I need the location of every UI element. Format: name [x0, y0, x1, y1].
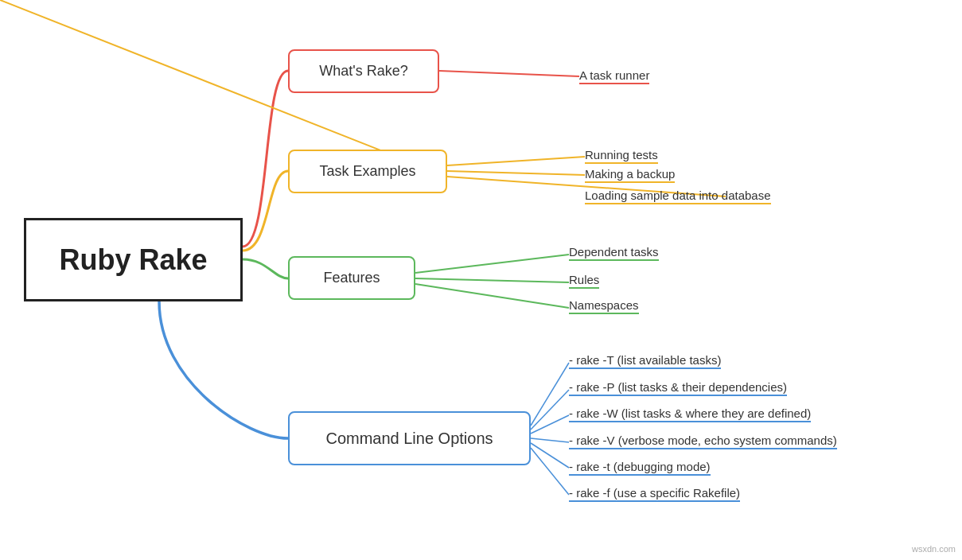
cmd-leaf-5: - rake -f (use a specific Rakefile) [569, 486, 740, 502]
whats-rake-label: What's Rake? [319, 63, 407, 80]
cmd-leaf-4: - rake -t (debugging mode) [569, 460, 711, 476]
cmd-leaf-0: - rake -T (list available tasks) [569, 353, 721, 369]
cmd-leaf-2: - rake -W (list tasks & where they are d… [569, 406, 811, 422]
center-label: Ruby Rake [59, 243, 207, 277]
features-leaf-0: Dependent tasks [569, 245, 659, 261]
svg-line-1 [447, 157, 585, 165]
svg-line-8 [531, 363, 569, 426]
cmd-leaf-1: - rake -P (list tasks & their dependenci… [569, 380, 787, 396]
task-examples-label: Task Examples [319, 163, 415, 180]
task-examples-leaf-0: Running tests [585, 148, 658, 164]
cmd-leaf-3: - rake -V (verbose mode, echo system com… [569, 434, 837, 449]
cmd-label: Command Line Options [325, 430, 493, 448]
features-leaf-2: Namespaces [569, 298, 639, 314]
features-label: Features [323, 270, 380, 286]
whats-rake-node: What's Rake? [288, 49, 439, 93]
whats-rake-leaf-0: A task runner [579, 68, 649, 84]
svg-line-5 [415, 255, 569, 273]
svg-line-9 [531, 390, 569, 430]
svg-line-10 [531, 415, 569, 434]
watermark: wsxdn.com [912, 544, 956, 554]
task-examples-node: Task Examples [288, 150, 447, 193]
svg-line-2 [447, 171, 585, 175]
cmd-node: Command Line Options [288, 411, 531, 465]
svg-line-12 [531, 443, 569, 468]
features-leaf-1: Rules [569, 273, 599, 289]
task-examples-leaf-2: Loading sample data into database [585, 189, 771, 204]
svg-line-7 [415, 284, 569, 308]
svg-line-0 [439, 71, 579, 76]
svg-line-6 [415, 278, 569, 282]
svg-line-11 [531, 438, 569, 442]
svg-line-13 [531, 448, 569, 495]
task-examples-leaf-1: Making a backup [585, 167, 675, 183]
features-node: Features [288, 256, 415, 300]
center-node: Ruby Rake [24, 218, 243, 301]
